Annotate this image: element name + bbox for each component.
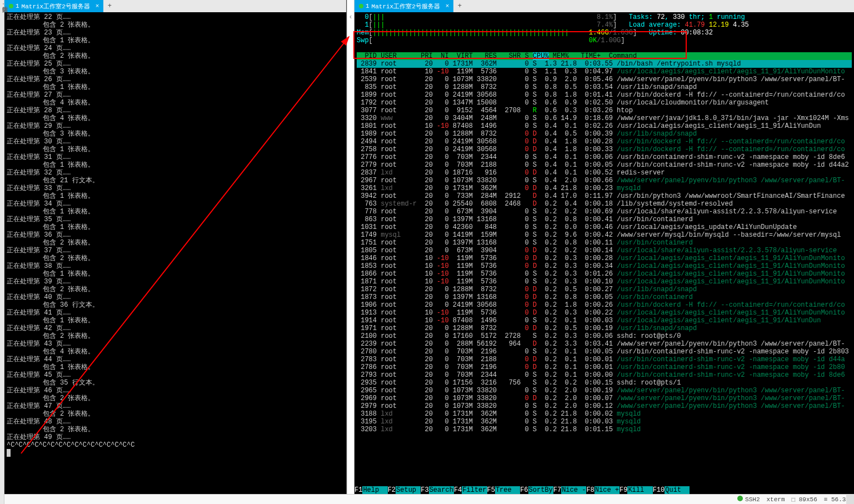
pane-splitter[interactable]: ‹ — [347, 0, 354, 494]
tab-num: 1 — [16, 3, 19, 9]
status-dot-icon — [359, 4, 363, 8]
right-tab[interactable]: 1 Matrix工作室2号服务器 × — [354, 0, 453, 12]
close-icon[interactable]: × — [446, 3, 450, 9]
tab-label: Matrix工作室2号服务器 — [372, 2, 440, 11]
sidebar-hint: 防关按钮。 — [0, 0, 8, 8]
left-tab[interactable]: 1 Matrix工作室2号服务器 × — [4, 0, 103, 12]
right-pane: 1 Matrix工作室2号服务器 × + 0[||| 8.1%] Tasks: … — [354, 0, 854, 494]
tab-num: 1 — [366, 3, 369, 9]
status-term: xterm — [767, 496, 785, 503]
left-pane: 1 Matrix工作室2号服务器 × + 正在处理第 22 页…… 包含 2 张… — [4, 0, 347, 494]
status-dot-icon — [9, 4, 13, 8]
status-ssh: SSH2 — [737, 496, 760, 503]
right-tabbar: 1 Matrix工作室2号服务器 × + — [354, 0, 854, 12]
right-terminal[interactable]: 0[||| 8.1%] Tasks: 72, 330 thr; 1 runnin… — [354, 12, 854, 494]
lock-icon — [737, 496, 743, 501]
add-tab-button[interactable]: + — [103, 0, 116, 12]
status-size: ⬚ 89x56 — [792, 496, 817, 503]
close-icon[interactable]: × — [96, 3, 99, 9]
left-tabbar: 1 Matrix工作室2号服务器 × + — [4, 0, 346, 12]
sidebar-stub: 防关按钮。 — [0, 0, 4, 504]
statusbar: SSH2 xterm ⬚ 89x56 ≡ 56.38 — [0, 494, 854, 504]
left-terminal[interactable]: 正在处理第 22 页…… 包含 2 张表格。正在处理第 23 页…… 包含 1 … — [4, 12, 346, 494]
add-tab-button[interactable]: + — [453, 0, 466, 12]
tab-label: Matrix工作室2号服务器 — [22, 2, 90, 11]
